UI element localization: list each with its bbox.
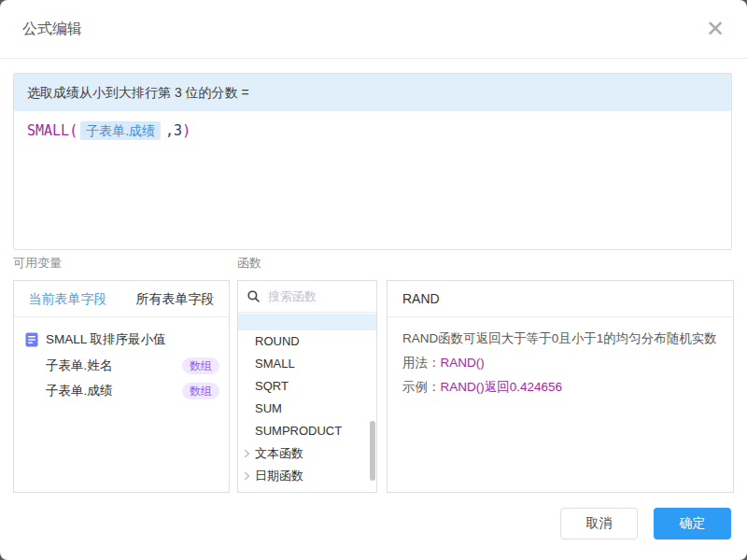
variables-panel: 当前表单字段 所有表单字段 SMALL 取排序最小值 子表单.姓名 数组 子表单… [13,280,230,493]
functions-panel: RAND ROUND SMALL SQRT SUM SUMPRODUCT 文本函… [237,280,377,493]
tree-item-subform-score[interactable]: 子表单.成绩 数组 [14,378,229,403]
function-group-date[interactable]: 日期函数 [238,465,376,487]
dialog-header: 公式编辑 ✕ [0,0,747,59]
array-badge: 数组 [182,357,219,374]
function-item-small[interactable]: SMALL [238,353,376,375]
function-search [238,281,376,313]
function-item-round[interactable]: ROUND [238,330,376,353]
scrollbar-thumb[interactable] [370,421,375,481]
function-group-logic[interactable]: 逻辑函数 [238,487,376,492]
function-usage: 用法：RAND() [402,351,718,375]
formula-hint: 选取成绩从小到大排行第 3 位的分数 = [14,74,731,111]
close-icon[interactable]: ✕ [702,16,728,42]
formula-edit-dialog: 公式编辑 ✕ 选取成绩从小到大排行第 3 位的分数 = SMALL(子表单.成绩… [0,0,747,560]
variables-tree: SMALL 取排序最小值 子表单.姓名 数组 子表单.成绩 数组 [14,317,229,403]
function-group-text[interactable]: 文本函数 [238,442,376,465]
formula-args: ,3 [165,122,182,139]
variables-panel-label: 可用变量 [13,255,62,272]
dialog-title: 公式编辑 [22,20,82,39]
cancel-button[interactable]: 取消 [560,508,638,539]
function-detail-title: RAND [388,281,733,317]
usage-label: 用法： [402,356,441,370]
form-doc-icon [25,332,38,347]
tab-current-form-fields[interactable]: 当前表单字段 [14,281,121,316]
function-item-rand[interactable]: RAND [238,314,376,330]
functions-panel-label: 函数 [237,255,261,272]
field-token[interactable]: 子表单.成绩 [80,121,161,140]
search-icon [247,290,260,302]
function-detail-body: RAND函数可返回大于等于0且小于1的均匀分布随机实数 用法：RAND() 示例… [388,317,733,409]
formula-box: 选取成绩从小到大排行第 3 位的分数 = SMALL(子表单.成绩,3) [13,73,732,250]
tree-item-subform-name[interactable]: 子表单.姓名 数组 [14,353,229,378]
function-item-sum[interactable]: SUM [238,398,376,420]
function-item-sumproduct[interactable]: SUMPRODUCT [238,420,376,442]
array-badge: 数组 [182,383,219,399]
example-code: RAND()返回0.424656 [441,380,563,394]
tree-item-label: 子表单.姓名 [46,357,112,374]
function-group-label: 日期函数 [255,468,303,484]
formula-editor[interactable]: SMALL(子表单.成绩,3) [14,111,731,151]
usage-code: RAND() [441,356,485,370]
formula-close-paren: ) [182,122,190,139]
formula-function-name: SMALL( [27,122,78,139]
function-detail-panel: RAND RAND函数可返回大于等于0且小于1的均匀分布随机实数 用法：RAND… [387,280,734,493]
tree-root-item[interactable]: SMALL 取排序最小值 [14,327,229,353]
chevron-right-icon [243,449,251,458]
confirm-button[interactable]: 确定 [654,508,731,539]
function-description: RAND函数可返回大于等于0且小于1的均匀分布随机实数 [402,327,718,351]
variables-tabs: 当前表单字段 所有表单字段 [14,281,229,317]
function-item-sqrt[interactable]: SQRT [238,375,376,398]
function-example: 示例：RAND()返回0.424656 [402,375,718,399]
function-group-label: 文本函数 [255,445,303,462]
tab-all-form-fields[interactable]: 所有表单字段 [121,281,229,316]
tree-item-label: 子表单.成绩 [46,383,112,399]
chevron-right-icon [243,471,251,481]
function-list: RAND ROUND SMALL SQRT SUM SUMPRODUCT 文本函… [238,314,376,492]
search-input[interactable] [266,288,367,304]
function-group-label: 逻辑函数 [255,490,303,492]
tree-root-label: SMALL 取排序最小值 [46,331,166,348]
example-label: 示例： [402,380,441,394]
